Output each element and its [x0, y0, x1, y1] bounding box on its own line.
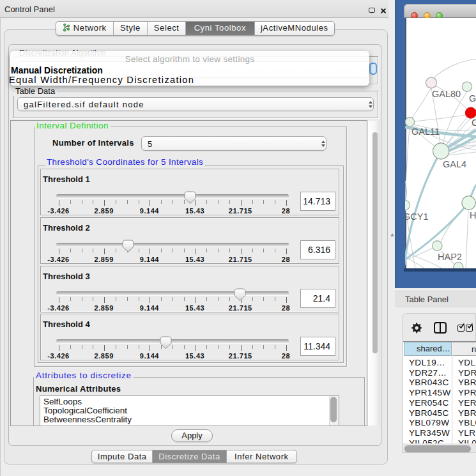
- svg-text:GAL4: GAL4: [443, 159, 466, 169]
- svg-text:C: C: [472, 118, 476, 128]
- svg-text:G: G: [469, 93, 476, 104]
- svg-text:GCY1: GCY1: [405, 211, 429, 222]
- svg-text:GAL11: GAL11: [411, 127, 440, 137]
- svg-text:H: H: [470, 210, 476, 220]
- svg-text:HAP2: HAP2: [438, 252, 462, 262]
- svg-text:GAL80: GAL80: [432, 89, 461, 99]
